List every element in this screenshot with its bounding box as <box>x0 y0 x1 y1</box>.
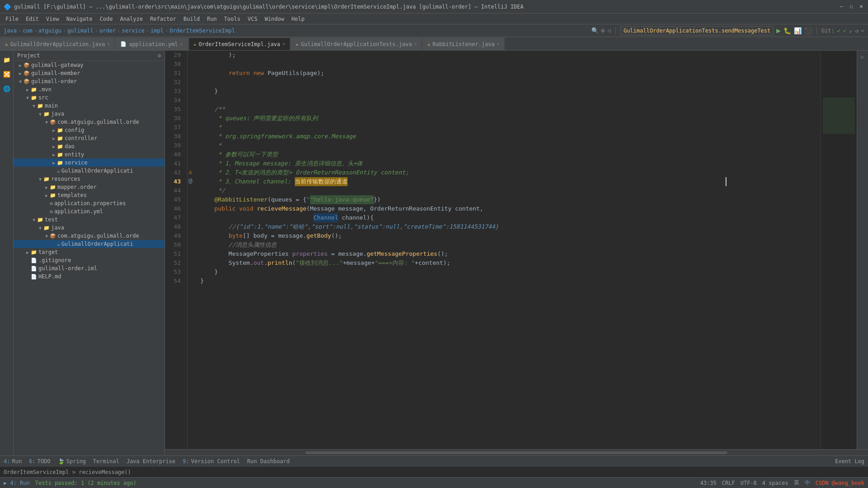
tree-item-member[interactable]: ▶ 📦 gulimall-member <box>14 69 165 77</box>
right-expand-icon[interactable]: ▷ <box>858 52 867 61</box>
tree-item-service[interactable]: ▶ 📁 service <box>14 159 165 167</box>
tree-item-dao[interactable]: ▶ 📁 dao <box>14 142 165 150</box>
tree-item-help[interactable]: ▶ 📄 HELP.md <box>14 272 165 281</box>
tree-item-target[interactable]: ▶ 📁 target <box>14 248 165 256</box>
code-line-36: * queues: 声明需要监听的所有队列 <box>200 114 817 123</box>
tool-tab-java-enterprise[interactable]: Java Enterprise <box>127 458 175 465</box>
breadcrumb-atguigu[interactable]: atguigu <box>38 28 61 34</box>
sidebar-settings-icon[interactable]: ⚙ <box>158 52 161 59</box>
menu-edit[interactable]: Edit <box>22 15 42 23</box>
breadcrumb-impl[interactable]: impl <box>151 28 164 34</box>
web-activity-icon[interactable]: 🌐 <box>1 83 12 94</box>
git-undo-icon[interactable]: ↩ <box>861 28 864 34</box>
breadcrumb-com[interactable]: com <box>23 28 33 34</box>
code-line-52: System.out.println("接收到消息..."+message+"=… <box>200 258 817 267</box>
menu-code[interactable]: Code <box>96 15 117 23</box>
coverage-button[interactable]: 📊 <box>794 27 802 34</box>
tool-tab-version-control[interactable]: 9: Version Control <box>183 458 240 465</box>
folder-icon-main: 📁 <box>37 103 43 109</box>
tab-app-tests[interactable]: ☕ GulimallOrderApplicationTests.java × <box>291 38 422 50</box>
language-indicator[interactable]: 英 <box>794 479 799 487</box>
menu-build[interactable]: Build <box>180 15 203 23</box>
tool-tab-spring[interactable]: 🍃 Spring <box>58 458 86 465</box>
tool-tab-todo[interactable]: 6: TODO <box>29 458 50 465</box>
menu-vcs[interactable]: VCS <box>244 15 261 23</box>
tree-item-templates[interactable]: ▶ 📁 templates <box>14 191 165 199</box>
tree-item-java[interactable]: ▼ 📁 java <box>14 110 165 118</box>
tree-item-controller[interactable]: ▶ 📁 controller <box>14 134 165 142</box>
sidebar-icons: ⚙ <box>158 52 161 59</box>
search-icon[interactable]: 🔍 <box>591 27 599 34</box>
code-editor[interactable]: ); return new PageUtils(page); } <box>197 51 821 449</box>
tree-item-entity[interactable]: ▶ 📁 entity <box>14 150 165 159</box>
menu-window[interactable]: Window <box>261 15 288 23</box>
annotation-marker: @ <box>189 177 192 184</box>
git-pull-icon[interactable]: ↙ <box>849 28 852 34</box>
menu-analyze[interactable]: Analyze <box>116 15 146 23</box>
tab-close-3[interactable]: × <box>283 42 285 47</box>
close-button[interactable]: ✕ <box>858 4 864 10</box>
tree-item-mvn[interactable]: ▶ 📁 .mvn <box>14 85 165 94</box>
tool-tab-event-log[interactable]: Event Log <box>835 458 864 465</box>
breadcrumb-service[interactable]: service <box>122 28 145 34</box>
tab-close-5[interactable]: × <box>497 42 500 47</box>
vcs-activity-icon[interactable]: 🔀 <box>1 69 12 80</box>
tree-item-src[interactable]: ▼ 📁 src <box>14 94 165 102</box>
tree-item-iml[interactable]: ▶ 📄 gulimall-order.iml <box>14 264 165 272</box>
run-config-dropdown[interactable]: GulimallOrderApplicationTests.sendMessag… <box>620 26 774 35</box>
tool-tab-run[interactable]: 4: Run <box>4 458 22 465</box>
git-label: Git: <box>821 28 835 34</box>
tree-item-main[interactable]: ▼ 📁 main <box>14 102 165 110</box>
horizontal-scrollbar[interactable] <box>165 449 868 455</box>
menu-tools[interactable]: Tools <box>221 15 244 23</box>
tab-rabbit-listener[interactable]: ☕ RabbitListener.java × <box>422 38 505 50</box>
maximize-button[interactable]: □ <box>848 4 854 10</box>
line-numbers: 29 30 31 32 33 34 35 36 37 38 39 40 41 4… <box>165 51 188 449</box>
tree-item-order[interactable]: ▼ 📦 gulimall-order <box>14 77 165 85</box>
breadcrumb-gulimall[interactable]: gulimall <box>67 28 94 34</box>
project-activity-icon[interactable]: 📁 <box>1 54 12 65</box>
menu-file[interactable]: File <box>2 15 22 23</box>
stop-button[interactable]: ⬛ <box>804 27 812 34</box>
git-fetch-icon[interactable]: ↺ <box>855 28 859 34</box>
menu-help[interactable]: Help <box>288 15 308 23</box>
minimize-button[interactable]: ─ <box>838 4 844 10</box>
git-push-icon[interactable]: ✓ <box>843 28 846 34</box>
git-commit-icon[interactable]: ✓ <box>837 28 840 34</box>
menu-view[interactable]: View <box>42 15 63 23</box>
menu-run[interactable]: Run <box>203 15 221 23</box>
tree-item-package[interactable]: ▼ 📦 com.atguigu.gulimall.orde <box>14 118 165 126</box>
tree-item-app-class[interactable]: ▶ ☕ GulimallOrderApplicati <box>14 167 165 175</box>
tab-close-2[interactable]: × <box>180 42 183 47</box>
tab-gulimall-order-app[interactable]: ☕ GulimallOrderApplication.java × <box>0 38 115 50</box>
editor-gutter: ⚠ @ <box>188 51 197 449</box>
code-line-34 <box>200 96 817 105</box>
breadcrumb-class[interactable]: OrderItemServiceImpl <box>170 28 235 34</box>
debug-button[interactable]: 🐛 <box>783 27 791 34</box>
tab-application-yml[interactable]: 📄 application.yml × <box>115 38 188 50</box>
breadcrumb-order[interactable]: order <box>99 28 116 34</box>
tree-item-app-tests[interactable]: ▶ ☕ GulimallOrderApplicati <box>14 240 165 248</box>
tree-item-app-props[interactable]: ▶ ⚙ application.properties <box>14 199 165 207</box>
tree-item-gitignore[interactable]: ▶ 📄 .gitignore <box>14 256 165 264</box>
tree-item-test-package[interactable]: ▼ 📦 com.atguigu.gulimall.orde <box>14 232 165 240</box>
tree-item-mapper[interactable]: ▶ 📁 mapper.order <box>14 183 165 191</box>
run-button[interactable]: ▶ <box>776 26 781 35</box>
close-sidebar-icon[interactable]: ◁ <box>607 27 611 34</box>
settings-icon[interactable]: ⚙ <box>601 27 605 34</box>
tree-item-test[interactable]: ▼ 📁 test <box>14 216 165 224</box>
tab-close-1[interactable]: × <box>107 42 110 47</box>
tree-item-app-yml[interactable]: ▶ ⚙ application.yml <box>14 207 165 216</box>
code-line-43: * 3、Channel channel: 当前传输数据的通道 <box>200 177 817 186</box>
tree-item-resources[interactable]: ▼ 📁 resources <box>14 175 165 183</box>
breadcrumb-java[interactable]: java <box>4 28 17 34</box>
tree-item-gateway[interactable]: ▶ 📦 gulimall-gateway <box>14 61 165 69</box>
tool-tab-terminal[interactable]: Terminal <box>93 458 119 465</box>
tool-tab-run-dashboard[interactable]: Run Dashboard <box>247 458 290 465</box>
menu-refactor[interactable]: Refactor <box>146 15 180 23</box>
tab-close-4[interactable]: × <box>414 42 417 47</box>
tree-item-config[interactable]: ▶ 📁 config <box>14 126 165 134</box>
menu-navigate[interactable]: Navigate <box>63 15 96 23</box>
tab-order-item-service[interactable]: ☕ OrderItemServiceImpl.java × <box>189 38 290 50</box>
tree-item-test-java[interactable]: ▼ 📁 java <box>14 224 165 232</box>
